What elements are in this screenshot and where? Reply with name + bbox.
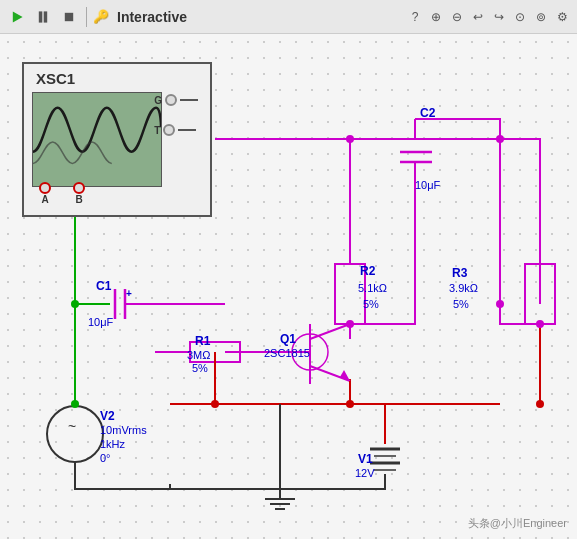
svg-marker-15	[340, 370, 350, 381]
r2-value: 5.1kΩ	[358, 282, 387, 294]
r2-label: R2	[360, 264, 375, 278]
svg-text:~: ~	[68, 418, 76, 434]
svg-rect-24	[525, 264, 555, 324]
r2-tolerance: 5%	[363, 298, 379, 310]
pause-button[interactable]	[32, 6, 54, 28]
osc-terminal-T[interactable]: T	[154, 124, 198, 136]
svg-point-4	[71, 300, 79, 308]
circuit-canvas: XSC1 G T A	[0, 34, 577, 539]
v1-value: 12V	[355, 467, 375, 479]
svg-point-25	[536, 400, 544, 408]
svg-text:+: +	[126, 288, 132, 299]
separator	[86, 7, 87, 27]
view1-icon[interactable]: ⊙	[511, 8, 529, 26]
r1-tolerance: 5%	[192, 362, 208, 374]
svg-rect-2	[44, 11, 48, 22]
svg-marker-0	[13, 11, 23, 22]
toolbar: 🔑 Interactive ? ⊕ ⊖ ↩ ↪ ⊙ ⊚ ⚙	[0, 0, 577, 34]
r1-label: R1	[195, 334, 210, 348]
q1-label: Q1	[280, 332, 296, 346]
oscilloscope[interactable]: XSC1 G T A	[22, 62, 212, 217]
zoom-in-icon[interactable]: ⊕	[427, 8, 445, 26]
v2-value: 10mVrms	[100, 424, 147, 436]
svg-rect-3	[65, 12, 73, 20]
redo-icon[interactable]: ↪	[490, 8, 508, 26]
script-icon: 🔑	[93, 9, 109, 24]
svg-point-37	[536, 320, 544, 328]
oscilloscope-screen	[32, 92, 162, 187]
v1-label: V1	[358, 452, 373, 466]
r3-tolerance: 5%	[453, 298, 469, 310]
svg-point-36	[496, 300, 504, 308]
toolbar-right-icons: ? ⊕ ⊖ ↩ ↪ ⊙ ⊚ ⚙	[406, 8, 571, 26]
c1-label: C1	[96, 279, 111, 293]
v2-phase: 0°	[100, 452, 111, 464]
view2-icon[interactable]: ⊚	[532, 8, 550, 26]
osc-terminal-G[interactable]: G	[154, 94, 198, 106]
svg-point-35	[71, 400, 79, 408]
toolbar-title: Interactive	[117, 9, 187, 25]
v2-freq: 1kHz	[100, 438, 125, 450]
svg-line-14	[310, 366, 350, 381]
svg-point-18	[211, 400, 219, 408]
r1-value: 3MΩ	[187, 349, 211, 361]
c2-value: 10μF	[415, 179, 440, 191]
v2-label: V2	[100, 409, 115, 423]
svg-point-26	[47, 406, 103, 462]
undo-icon[interactable]: ↩	[469, 8, 487, 26]
play-button[interactable]	[6, 6, 28, 28]
osc-terminal-A[interactable]: A	[39, 182, 51, 205]
svg-point-23	[346, 320, 354, 328]
oscilloscope-label: XSC1	[36, 70, 75, 87]
help-icon[interactable]: ?	[406, 8, 424, 26]
watermark: 头条@小川Engineer	[468, 516, 567, 531]
svg-point-10	[346, 400, 354, 408]
r3-label: R3	[452, 266, 467, 280]
svg-rect-1	[39, 11, 43, 22]
c1-value: 10μF	[88, 316, 113, 328]
zoom-out-icon[interactable]: ⊖	[448, 8, 466, 26]
c2-label: C2	[420, 106, 435, 120]
svg-point-22	[496, 135, 504, 143]
osc-terminal-B[interactable]: B	[73, 182, 85, 205]
r3-value: 3.9kΩ	[449, 282, 478, 294]
stop-button[interactable]	[58, 6, 80, 28]
svg-line-13	[310, 324, 350, 339]
q1-value: 2SC1815	[264, 347, 310, 359]
svg-point-8	[346, 135, 354, 143]
settings-icon[interactable]: ⚙	[553, 8, 571, 26]
